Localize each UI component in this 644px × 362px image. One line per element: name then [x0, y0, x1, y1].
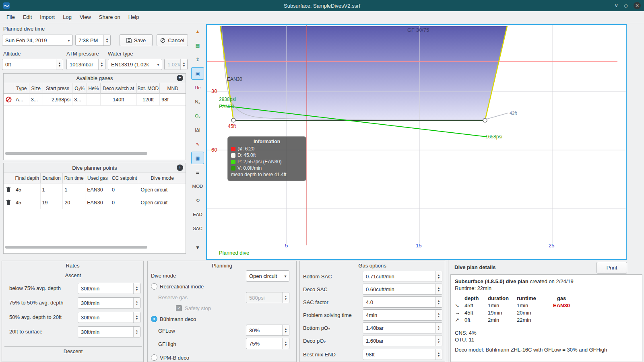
- recreational-radio[interactable]: [151, 283, 157, 290]
- point-setpoint-cell[interactable]: 0: [110, 183, 139, 196]
- gfhigh-spinner[interactable]: 75% ▲▼: [246, 338, 289, 349]
- gflow-spinner[interactable]: 30% ▲▼: [246, 325, 289, 336]
- spinner-buttons[interactable]: ▲▼: [435, 349, 442, 360]
- delete-point-cell[interactable]: [4, 183, 14, 196]
- best-mix-end-spinner[interactable]: 98ft ▲▼: [363, 349, 442, 360]
- menu-import[interactable]: Import: [36, 14, 59, 20]
- spinner-buttons[interactable]: ▲▼: [282, 325, 289, 335]
- rate-spinner[interactable]: 30ft/min ▲▼: [78, 297, 140, 309]
- ruler-icon[interactable]: |Δ|: [191, 123, 204, 136]
- save-button[interactable]: Save: [120, 34, 153, 46]
- spinner-buttons[interactable]: ▲▼: [133, 283, 140, 294]
- print-button[interactable]: Print: [597, 262, 627, 274]
- rate-spinner[interactable]: 30ft/min ▲▼: [78, 326, 140, 337]
- point-mode-cell[interactable]: Open circuit: [139, 183, 186, 196]
- altitude-spinner[interactable]: 0ft ▲▼: [2, 59, 63, 70]
- gas-type-cell[interactable]: A...: [14, 94, 29, 106]
- point-mode-cell[interactable]: Open circuit: [139, 196, 186, 209]
- waypoint-handle[interactable]: [483, 118, 487, 122]
- point-runtime-cell[interactable]: 1: [63, 183, 85, 196]
- collapse-toolbar-icon[interactable]: ▾: [191, 241, 204, 253]
- maximize-icon[interactable]: ◇: [624, 2, 628, 9]
- vpmb-radio[interactable]: [151, 354, 157, 361]
- titlebar[interactable]: Subsurface: SampleDivesV2.ssrf ∨ ◇ ✕: [0, 0, 644, 11]
- menu-log[interactable]: Log: [59, 14, 76, 20]
- helium-graph-icon[interactable]: He: [191, 81, 204, 94]
- menu-file[interactable]: File: [2, 14, 19, 20]
- point-runtime-cell[interactable]: 20: [63, 196, 85, 209]
- gas-start-press-cell[interactable]: 2,938psi: [43, 94, 73, 106]
- menu-edit[interactable]: Edit: [19, 14, 36, 20]
- spinner-buttons[interactable]: ▲▼: [98, 59, 105, 70]
- gases-header-icon[interactable]: [4, 83, 14, 94]
- atm-pressure-spinner[interactable]: 1013mbar ▲▼: [66, 59, 105, 70]
- problem-time-spinner[interactable]: 4min ▲▼: [363, 309, 442, 321]
- points-header-duration[interactable]: Duration: [41, 173, 63, 183]
- tissues-icon[interactable]: ≣: [191, 166, 204, 178]
- cancel-button[interactable]: Cancel: [157, 34, 188, 46]
- spinner-buttons[interactable]: ▲▼: [133, 327, 140, 337]
- add-gas-button[interactable]: +: [177, 75, 183, 81]
- spinner-buttons[interactable]: ▲▼: [435, 310, 442, 320]
- rate-spinner[interactable]: 30ft/min ▲▼: [78, 283, 140, 294]
- trash-icon[interactable]: [6, 187, 11, 193]
- gas-mnd-cell[interactable]: 98f: [160, 94, 186, 106]
- gases-header-type[interactable]: Type: [14, 83, 29, 94]
- point-gas-cell[interactable]: EAN30: [85, 196, 110, 209]
- points-header-runtime[interactable]: Run time: [63, 173, 85, 183]
- sac-factor-spinner[interactable]: 4.0 ▲▼: [363, 296, 442, 308]
- delete-point-cell[interactable]: [4, 196, 14, 209]
- tank-bar-icon[interactable]: ▣: [191, 152, 204, 164]
- spinner-buttons[interactable]: ▲▼: [435, 284, 442, 294]
- gas-bot-mod-cell[interactable]: 120ft: [137, 94, 160, 106]
- gases-header-bot-mod[interactable]: Bot. MOD: [137, 83, 160, 94]
- minimize-icon[interactable]: ∨: [614, 2, 618, 9]
- gases-header-he[interactable]: He%: [87, 83, 101, 94]
- bottom-sac-spinner[interactable]: 0.71cuft/min ▲▼: [363, 271, 442, 282]
- heart-rate-icon[interactable]: ∿: [191, 138, 204, 150]
- spinner-buttons[interactable]: ▲▼: [133, 298, 140, 308]
- profile-tooltip[interactable]: Information @: 6:20 D: 45.0ft P: 2,557ps…: [227, 136, 306, 181]
- remove-gas-cell[interactable]: [4, 94, 14, 106]
- point-duration-cell[interactable]: 1: [41, 183, 63, 196]
- spinner-buttons[interactable]: ▲▼: [133, 312, 140, 323]
- point-duration-cell[interactable]: 19: [41, 196, 63, 209]
- scale-icon[interactable]: ⇕: [191, 53, 204, 66]
- gases-header-mnd[interactable]: MND: [160, 83, 186, 94]
- point-depth-cell[interactable]: 45: [14, 183, 41, 196]
- spinner-buttons[interactable]: ▲▼: [435, 297, 442, 307]
- gases-header-deco-switch[interactable]: Deco switch at: [101, 83, 137, 94]
- spinner-buttons[interactable]: ▲▼: [435, 323, 442, 333]
- deco-sac-spinner[interactable]: 0.60cuft/min ▲▼: [363, 284, 442, 295]
- table-row[interactable]: 45 19 20 EAN30 0 Open circuit: [4, 196, 186, 209]
- points-header-gas[interactable]: Used gas: [85, 173, 110, 183]
- point-depth-cell[interactable]: 45: [14, 196, 41, 209]
- point-gas-cell[interactable]: EAN30: [85, 183, 110, 196]
- gases-header-size[interactable]: Size: [29, 83, 43, 94]
- oxygen-graph-icon[interactable]: O₂: [191, 109, 204, 122]
- menu-help[interactable]: Help: [124, 14, 143, 20]
- spinner-buttons[interactable]: ▲▼: [282, 338, 289, 349]
- water-type-select[interactable]: EN13319 (1.02k ▾: [108, 59, 162, 70]
- bottom-po2-spinner[interactable]: 1.40bar ▲▼: [363, 322, 442, 333]
- ndl-icon[interactable]: ⟲: [191, 194, 204, 206]
- ead-icon[interactable]: EAD: [191, 208, 204, 220]
- dc-ceiling-icon[interactable]: ▲: [191, 25, 204, 37]
- sac-icon[interactable]: SAC: [191, 222, 204, 234]
- gases-header-start-press[interactable]: Start press: [43, 83, 73, 94]
- remove-gas-icon[interactable]: [6, 97, 12, 103]
- date-select[interactable]: Sun Feb 24, 2019 ▾: [2, 35, 73, 46]
- time-spinner[interactable]: 7:38 PM ▲▼: [75, 35, 111, 46]
- add-point-button[interactable]: +: [177, 165, 183, 171]
- spinner-buttons[interactable]: ▲▼: [435, 271, 442, 282]
- table-row[interactable]: 45 1 1 EAN30 0 Open circuit: [4, 183, 186, 196]
- gas-o2-cell[interactable]: 3...: [72, 94, 87, 106]
- menu-share-on[interactable]: Share on: [95, 14, 124, 20]
- dive-profile-chart[interactable]: GF 30/75 EAN30 2938psi EAN30 45ft 42ft 1…: [206, 24, 627, 260]
- rate-spinner[interactable]: 30ft/min ▲▼: [78, 312, 140, 323]
- spinner-buttons[interactable]: ▲▼: [56, 59, 63, 70]
- deco-po2-spinner[interactable]: 1.60bar ▲▼: [363, 335, 442, 346]
- mod-icon[interactable]: MOD: [191, 180, 204, 192]
- close-icon[interactable]: ✕: [634, 2, 641, 9]
- gases-header-o2[interactable]: O₂%: [72, 83, 87, 94]
